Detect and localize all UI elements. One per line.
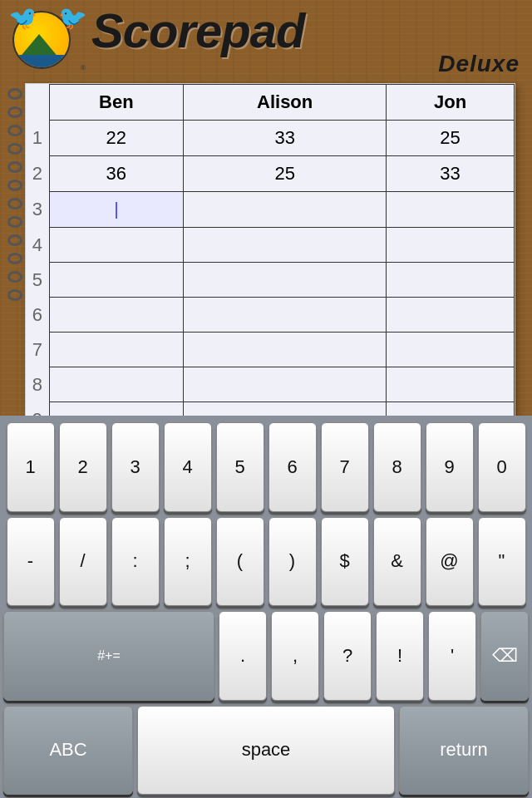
key-0[interactable]: 0 [478, 422, 526, 512]
table-row: 7 [26, 332, 515, 367]
spiral-ring [7, 88, 22, 100]
score-cell[interactable] [387, 367, 515, 402]
score-cell[interactable] [184, 192, 387, 228]
col-header-alison[interactable]: Alison [184, 85, 387, 121]
key-exclamation[interactable]: ! [376, 611, 424, 701]
key-slash[interactable]: / [59, 517, 107, 607]
table-row: 8 [26, 367, 515, 402]
row-number: 2 [26, 156, 49, 192]
row-number: 6 [26, 298, 49, 332]
score-cell[interactable] [387, 192, 515, 228]
spiral-ring [7, 234, 22, 246]
table-row: 1223325 [26, 121, 515, 156]
key-close-paren[interactable]: ) [268, 517, 317, 607]
key-quote[interactable]: " [478, 517, 526, 607]
key-3[interactable]: 3 [111, 422, 160, 512]
spiral-ring [7, 271, 22, 283]
row-number: 7 [26, 332, 49, 367]
score-cell[interactable]: 22 [49, 121, 184, 156]
app-header: 🐦 🐦 ® Scorepad Deluxe [0, 0, 532, 79]
spiral-ring [7, 125, 22, 136]
key-1[interactable]: 1 [7, 422, 55, 512]
spiral-ring [7, 198, 22, 209]
app-title-deluxe: Deluxe [438, 51, 520, 77]
bird-right-icon: 🐦 [58, 4, 87, 32]
key-space[interactable]: space [137, 706, 395, 796]
key-8[interactable]: 8 [373, 422, 421, 512]
score-cell[interactable] [49, 298, 184, 332]
keyboard-row-symbols: - / : ; ( ) $ & @ " [3, 517, 529, 607]
score-cell[interactable] [49, 367, 184, 402]
spiral-ring [7, 161, 22, 173]
spiral-ring [7, 180, 22, 191]
table-row: 5 [26, 263, 515, 298]
key-6[interactable]: 6 [268, 422, 317, 512]
bird-left-icon: 🐦 [8, 4, 37, 32]
spiral-ring [7, 106, 22, 118]
score-cell[interactable] [184, 228, 387, 263]
key-period[interactable]: . [219, 611, 267, 701]
key-return[interactable]: return [399, 706, 529, 796]
spiral-ring [7, 216, 22, 228]
key-4[interactable]: 4 [164, 422, 212, 512]
table-row: 4 [26, 228, 515, 263]
score-cell[interactable]: 25 [184, 156, 387, 192]
row-number: 5 [26, 263, 49, 298]
key-2[interactable]: 2 [59, 422, 107, 512]
key-open-paren[interactable]: ( [216, 517, 264, 607]
key-9[interactable]: 9 [426, 422, 474, 512]
score-cell[interactable] [49, 228, 184, 263]
key-apostrophe[interactable]: ' [428, 611, 476, 701]
score-cell[interactable]: 33 [184, 121, 387, 156]
title-container: Scorepad Deluxe [87, 7, 520, 77]
key-minus[interactable]: - [7, 517, 55, 607]
row-number: 3 [26, 192, 49, 228]
score-cell[interactable]: 36 [49, 156, 184, 192]
score-table-body: 122332523625333456789 [26, 121, 515, 437]
key-abc[interactable]: ABC [3, 706, 133, 796]
row-number: 1 [26, 121, 49, 156]
score-cell[interactable] [184, 367, 387, 402]
row-number: 8 [26, 367, 49, 402]
row-number: 4 [26, 228, 49, 263]
score-cell[interactable] [49, 263, 184, 298]
key-colon[interactable]: : [111, 517, 160, 607]
score-cell[interactable] [49, 192, 184, 228]
registered-mark: ® [81, 64, 86, 71]
logo-water [14, 55, 69, 67]
key-question[interactable]: ? [323, 611, 372, 701]
spiral-binding [7, 84, 26, 437]
score-cell[interactable] [49, 332, 184, 367]
logo-container: 🐦 🐦 ® [12, 11, 87, 73]
key-7[interactable]: 7 [321, 422, 369, 512]
score-cell[interactable] [387, 332, 515, 367]
keyboard-row-punct: #+= . , ? ! ' ⌫ [3, 611, 529, 701]
notepad: Ben Alison Jon 122332523625333456789 [25, 83, 515, 438]
col-header-jon[interactable]: Jon [387, 85, 515, 121]
table-header-row: Ben Alison Jon [26, 85, 515, 121]
score-table: Ben Alison Jon 122332523625333456789 [26, 84, 515, 437]
text-cursor [116, 202, 117, 219]
keyboard: 1 2 3 4 5 6 7 8 9 0 - / : ; ( ) $ & @ " … [0, 416, 532, 798]
key-semicolon[interactable]: ; [164, 517, 212, 607]
key-delete[interactable]: ⌫ [480, 611, 529, 701]
col-header-ben[interactable]: Ben [49, 85, 184, 121]
key-at[interactable]: @ [426, 517, 474, 607]
score-cell[interactable] [184, 332, 387, 367]
keyboard-row-numbers: 1 2 3 4 5 6 7 8 9 0 [3, 422, 529, 512]
key-5[interactable]: 5 [216, 422, 264, 512]
score-cell[interactable] [184, 298, 387, 332]
key-hash-plus-equals[interactable]: #+= [3, 611, 214, 701]
score-cell[interactable] [387, 263, 515, 298]
keyboard-row-bottom: ABC space return [3, 706, 529, 796]
key-comma[interactable]: , [271, 611, 319, 701]
key-ampersand[interactable]: & [373, 517, 421, 607]
key-dollar[interactable]: $ [321, 517, 369, 607]
score-cell[interactable]: 33 [387, 156, 515, 192]
score-cell[interactable] [387, 228, 515, 263]
score-cell[interactable] [387, 298, 515, 332]
score-cell[interactable]: 25 [387, 121, 515, 156]
spiral-ring [7, 289, 22, 301]
spiral-ring [7, 143, 22, 155]
score-cell[interactable] [184, 263, 387, 298]
